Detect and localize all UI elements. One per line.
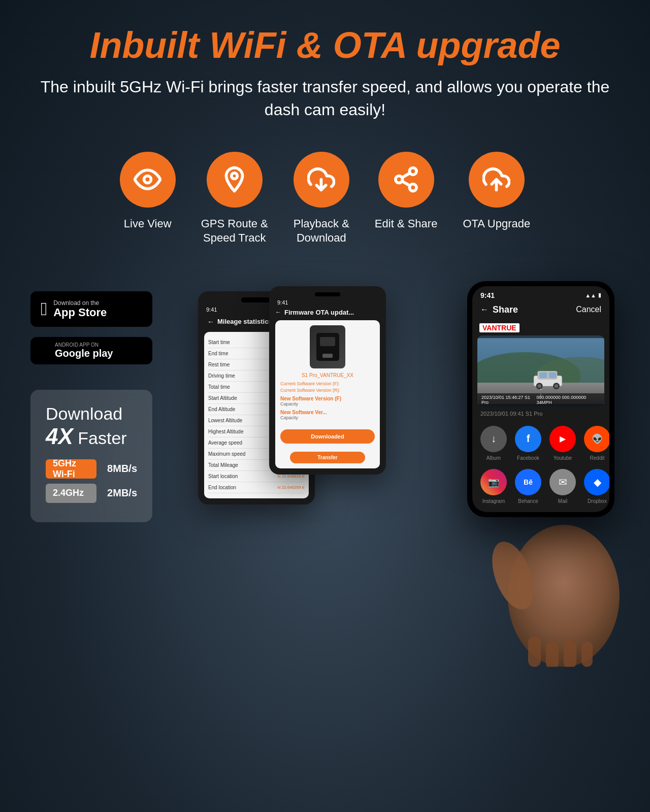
ota-new-version-ver: New Software Ver... [280, 410, 375, 415]
feature-edit-share: Edit & Share [375, 152, 438, 246]
behance-icon: Bē [515, 469, 541, 495]
features-row: Live View GPS Route &Speed Track Playbac… [30, 152, 620, 246]
page-subtitle: The inbuilt 5GHz Wi-Fi brings faster tra… [30, 76, 620, 121]
dropbox-label: Dropbox [588, 498, 607, 504]
mileage-phone-notch [241, 297, 272, 302]
vantrue-logo: VANTRUE [479, 323, 519, 332]
instagram-icon: 📷 [480, 469, 507, 495]
video-coords: 000.000000 000.000000 34MPH [537, 395, 600, 405]
dropbox-icon: ◆ [584, 469, 609, 495]
share-app-reddit[interactable]: 👽 Reddit [584, 426, 609, 461]
speed-24ghz-value: 2MB/s [102, 487, 137, 499]
appstore-badge[interactable]:  Download on the App Store [30, 291, 152, 327]
ota-back-arrow[interactable]: ← [275, 309, 281, 316]
video-preview: 2023/10/01 15:46:27 S1 Pro 000.000000 00… [477, 335, 604, 407]
feature-live-view: Live View [120, 152, 176, 246]
share-apps-grid: ↓ Album f Facebook [472, 421, 609, 512]
mail-label: Mail [558, 498, 567, 504]
instagram-label: Instagram [482, 498, 505, 504]
phones-area: 9:41 ← Mileage statistics Start time2023… [168, 281, 620, 626]
ota-device-area [280, 325, 375, 368]
playback-download-label: Playback &Download [294, 217, 349, 246]
svg-point-0 [144, 176, 151, 183]
share-phone-inner: 9:41 ▲▲ ▮ ← Share Cancel [472, 286, 609, 512]
google-play-icon: ▶ [39, 342, 50, 359]
share-title: Share [493, 304, 518, 315]
content-wrapper: Inbuilt WiFi & OTA upgrade The inbuilt 5… [0, 0, 650, 657]
share-app-album[interactable]: ↓ Album [480, 426, 507, 461]
wifi-indicator: ▲▲ [585, 292, 596, 298]
live-view-label: Live View [124, 217, 172, 231]
ota-upgrade-label: OTA Upgrade [463, 217, 530, 231]
stat-end-location: End locationN 22.640259 E [208, 482, 305, 493]
share-app-facebook[interactable]: f Facebook [515, 426, 541, 461]
speed-5ghz-value: 8MB/s [102, 463, 137, 475]
cloud-upload-icon [482, 165, 510, 193]
album-icon: ↓ [480, 426, 507, 452]
svg-point-21 [488, 536, 542, 615]
share-icon [392, 165, 420, 193]
svg-rect-15 [549, 373, 557, 378]
ota-phone-notch [315, 292, 340, 296]
album-label: Album [486, 455, 501, 461]
video-date: 2023/10/01 15:46:27 S1 Pro [481, 395, 537, 405]
share-app-behance[interactable]: Bē Behance [515, 469, 541, 504]
cloud-download-icon [307, 165, 335, 193]
share-date-label: 2023/10/01 09:41 S1 Pro [480, 411, 542, 417]
battery-indicator: ▮ [598, 292, 601, 298]
speed-bar-24ghz: 2.4GHz [46, 484, 96, 503]
gps-route-icon-circle [207, 152, 263, 208]
reddit-label: Reddit [590, 455, 605, 461]
ota-title: Firmware OTA updat... [284, 309, 354, 316]
speed-bar-5ghz-label: 5GHz Wi-Fi [53, 458, 89, 480]
ota-phone-time: 9:41 [275, 299, 380, 306]
svg-rect-14 [539, 373, 547, 378]
googleplay-badge[interactable]: ▶ ANDROID APP ON Google play [30, 337, 152, 364]
mail-icon: ✉ [549, 469, 576, 495]
googleplay-big-text: Google play [55, 348, 113, 359]
download-4x-highlight: 4X [46, 424, 73, 449]
eye-icon [134, 165, 161, 193]
mileage-back-arrow[interactable]: ← [207, 318, 214, 326]
share-back-arrow[interactable]: ← [480, 305, 489, 314]
share-cancel[interactable]: Cancel [576, 305, 601, 314]
ota-device-name: S1 Pro_VANTRUE_XX [280, 373, 375, 378]
share-phone-status-icons: ▲▲ ▮ [585, 292, 601, 298]
share-app-instagram[interactable]: 📷 Instagram [480, 469, 507, 504]
ota-current-f: Current Software Version (F): [280, 381, 375, 386]
feature-ota-upgrade: OTA Upgrade [463, 152, 530, 246]
share-app-dropbox[interactable]: ◆ Dropbox [584, 469, 609, 504]
edit-share-icon-circle [378, 152, 434, 208]
youtube-icon: ▶ [549, 426, 576, 452]
appstore-small-text: Download on the [53, 299, 107, 307]
feature-gps-route: GPS Route &Speed Track [201, 152, 268, 246]
share-app-youtube[interactable]: ▶ Youtube [549, 426, 576, 461]
download-speed-card: Download 4X Faster 5GHz Wi-Fi 8MB/s 2.4G… [30, 390, 152, 522]
appstore-big-text: App Store [53, 307, 107, 319]
facebook-label: Facebook [517, 455, 539, 461]
reddit-icon: 👽 [584, 426, 609, 452]
video-info-bar: 2023/10/01 15:46:27 S1 Pro 000.000000 00… [477, 393, 604, 407]
ota-phone: 9:41 ← Firmware OTA updat... [269, 286, 386, 475]
behance-label: Behance [518, 498, 538, 504]
googleplay-small-text: ANDROID APP ON [55, 342, 113, 348]
speed-bar-24ghz-row: 2.4GHz 2MB/s [46, 484, 137, 503]
transfer-button[interactable]: Transfer [290, 452, 366, 463]
facebook-icon: f [515, 426, 541, 452]
svg-line-6 [402, 173, 410, 178]
speed-bar-5ghz-row: 5GHz Wi-Fi 8MB/s [46, 459, 137, 479]
downloaded-button[interactable]: Downloaded [280, 429, 375, 444]
playback-download-icon-circle [294, 152, 349, 208]
location-pin-icon [220, 165, 248, 193]
svg-point-17 [538, 384, 541, 388]
share-phone-status: 9:41 ▲▲ ▮ [472, 286, 609, 301]
ota-current-r: Current Software Version (R): [280, 388, 375, 393]
share-app-mail[interactable]: ✉ Mail [549, 469, 576, 504]
svg-point-1 [232, 173, 237, 179]
apple-icon:  [41, 298, 47, 320]
svg-point-19 [555, 384, 558, 388]
download-card-title: Download 4X Faster [46, 404, 137, 449]
ota-capacity-ver: Capacity [280, 415, 375, 420]
share-file-info: 2023/10/01 09:41 S1 Pro [472, 407, 609, 421]
svg-point-20 [508, 525, 620, 667]
